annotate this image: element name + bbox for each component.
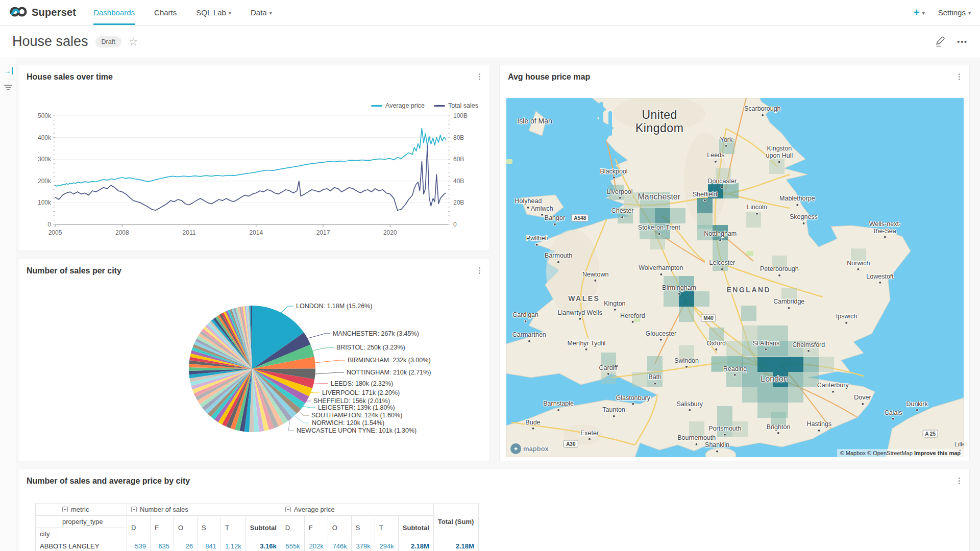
choropleth-cell (647, 372, 663, 387)
edit-pencil-icon[interactable] (935, 36, 946, 47)
choropleth-cell (655, 208, 670, 223)
svg-text:100B: 100B (453, 112, 468, 119)
col-header-D[interactable]: D (127, 516, 151, 540)
cell-value: 3.16k (246, 540, 281, 551)
mapbox-map[interactable]: United KingdomIsle of ManENGLANDWALESLon… (506, 98, 964, 457)
choropleth-cell (717, 421, 732, 437)
svg-text:200k: 200k (38, 178, 52, 185)
chart-legend: Average price Total sales (371, 102, 478, 109)
choropleth-cell (726, 341, 742, 356)
col-header-S[interactable]: S (198, 516, 221, 540)
table-row: ABBOTS LANGLEY539635268411.12k3.16k555k2… (36, 540, 479, 551)
nav-item-data[interactable]: Data (251, 0, 272, 25)
choropleth-cell (819, 357, 834, 372)
legend-item-total-sales[interactable]: Total sales (434, 102, 478, 109)
choropleth-cell (742, 372, 757, 387)
chart-menu-kebab-icon[interactable] (957, 72, 962, 81)
chart-menu-kebab-icon[interactable] (957, 477, 962, 485)
pie-label: LEICESTER: 139k (1.80%) (318, 404, 395, 411)
choropleth-cell (803, 341, 819, 356)
chart-title: Number of sales per city (27, 266, 121, 276)
col-header-Subtotal[interactable]: Subtotal (246, 516, 281, 540)
choropleth-cell (726, 372, 742, 387)
choropleth-cell (732, 421, 748, 437)
choropleth-cell (803, 357, 819, 372)
choropleth-cell (709, 328, 724, 343)
col-header-S[interactable]: S (351, 516, 375, 540)
col-header-O[interactable]: O (328, 516, 351, 540)
choropleth-cell (601, 353, 616, 368)
choropleth-cell (713, 256, 728, 271)
choropleth-cell (697, 198, 713, 213)
choropleth-cell (757, 387, 773, 403)
settings-menu[interactable]: Settings (938, 8, 971, 17)
pie-chart[interactable]: LONDON: 1.18M (15.26%)MANCHESTER: 267k (… (18, 259, 491, 462)
legend-item-average-price[interactable]: Average price (371, 102, 425, 109)
svg-text:300k: 300k (38, 156, 52, 163)
svg-text:2017: 2017 (316, 229, 330, 236)
nav-item-dashboards[interactable]: Dashboards (93, 0, 135, 25)
metric-group-header: Average price (281, 504, 433, 516)
svg-text:2005: 2005 (48, 229, 62, 236)
svg-text:500k: 500k (38, 112, 52, 119)
choropleth-cell (697, 225, 713, 240)
chart-menu-kebab-icon[interactable] (477, 72, 482, 81)
col-header-Subtotal[interactable]: Subtotal (398, 516, 433, 540)
choropleth-cell (788, 341, 803, 356)
chart-card-sales-and-price-pivot: Number of sales and average price by cit… (18, 469, 970, 551)
top-navbar: Superset Dashboards Charts SQL Lab Data … (0, 0, 980, 26)
expand-filter-bar-icon[interactable]: → (0, 64, 16, 78)
col-header-F[interactable]: F (151, 516, 174, 540)
map-attribution: © Mapbox © OpenStreetMap Improve this ma… (837, 449, 964, 457)
choropleth-cell (640, 208, 655, 223)
choropleth-cell (742, 387, 757, 403)
col-header-T[interactable]: T (221, 516, 246, 540)
improve-map-link[interactable]: Improve this map (914, 450, 961, 456)
col-header-D[interactable]: D (281, 516, 304, 540)
nav-item-sql-lab[interactable]: SQL Lab (196, 0, 231, 25)
col-header-T[interactable]: T (375, 516, 398, 540)
road-shield: M40 (701, 314, 716, 321)
new-item-button[interactable]: + (914, 7, 925, 18)
legend-swatch (434, 105, 445, 107)
filter-icon[interactable] (0, 81, 16, 94)
choropleth-cell (741, 306, 756, 321)
road-shield: A548 (571, 214, 589, 222)
choropleth-cell (757, 372, 773, 387)
choropleth-cell (788, 357, 803, 372)
col-header-O[interactable]: O (174, 516, 198, 540)
collapse-group-icon[interactable] (131, 507, 137, 512)
favorite-star-icon[interactable]: ☆ (129, 36, 138, 48)
legend-swatch (371, 105, 382, 107)
pie-label: LIVERPOOL: 171k (2.20%) (322, 389, 400, 396)
timeseries-chart[interactable]: 00100k20B200k40B300k60B400k80B500k100B20… (18, 97, 491, 247)
pie-label: BIRMINGHAM: 232k (3.00%) (348, 357, 431, 364)
mapbox-logo[interactable]: ✦ mapbox (510, 443, 549, 454)
collapse-metric-icon[interactable] (62, 507, 68, 512)
choropleth-cell (679, 307, 694, 322)
mapbox-logo-icon: ✦ (510, 443, 521, 454)
superset-brand[interactable]: Superset (9, 0, 76, 25)
choropleth-cell (670, 208, 685, 223)
chart-card-avg-house-price-map: Avg house price map (499, 65, 970, 461)
collapse-group-icon[interactable] (285, 507, 291, 512)
choropleth-cell (694, 291, 709, 307)
nav-item-charts[interactable]: Charts (154, 0, 177, 25)
choropleth-cell (716, 168, 731, 183)
mapbox-attribution-link[interactable]: © Mapbox (840, 450, 866, 456)
cell-value: 635 (151, 540, 174, 551)
dashboard-more-icon[interactable]: ••• (957, 38, 968, 46)
cell-value: 2.18M (398, 540, 433, 551)
choropleth-cell (655, 192, 670, 208)
choropleth-cell (771, 412, 786, 427)
col-header-F[interactable]: F (304, 516, 328, 540)
choropleth-cell (719, 139, 734, 154)
cell-value: 294k (375, 540, 398, 551)
row-total: 2.18M (433, 540, 478, 551)
superset-logo-icon (9, 6, 28, 20)
svg-text:60B: 60B (453, 156, 464, 163)
osm-attribution-link[interactable]: © OpenStreetMap (867, 450, 913, 456)
svg-text:2014: 2014 (249, 229, 263, 236)
cell-value: 379k (351, 540, 375, 551)
chart-menu-kebab-icon[interactable] (477, 266, 482, 275)
